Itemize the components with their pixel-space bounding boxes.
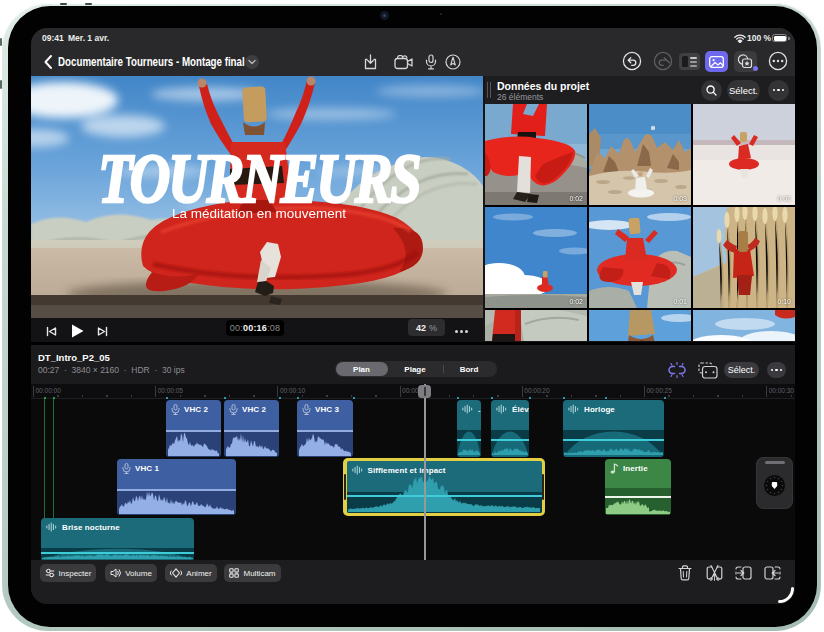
svg-text:La méditation en mouvement: La méditation en mouvement xyxy=(172,206,346,221)
